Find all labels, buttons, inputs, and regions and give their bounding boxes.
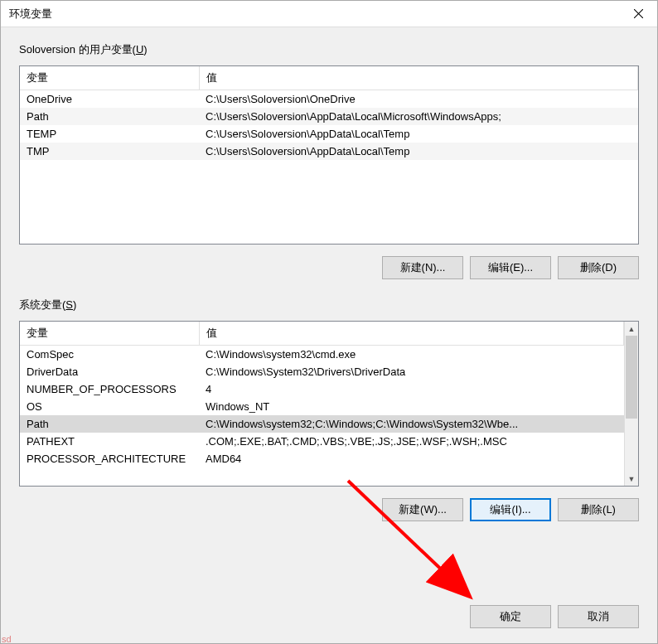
cell-variable: ComSpec bbox=[20, 346, 199, 364]
cell-value: 4 bbox=[199, 380, 624, 398]
cell-variable: NUMBER_OF_PROCESSORS bbox=[20, 380, 199, 398]
system-table-scrollbar[interactable]: ▲ ▼ bbox=[624, 322, 638, 486]
cell-variable: Path bbox=[20, 108, 199, 125]
col-header-variable[interactable]: 变量 bbox=[20, 322, 199, 346]
dialog-content: Soloversion 的用户变量(U) 变量 值 OneDriveC:\Use… bbox=[1, 27, 657, 600]
watermark-label: sd bbox=[2, 634, 12, 644]
cell-value: C:\Users\Soloversion\AppData\Local\Micro… bbox=[199, 108, 638, 125]
system-new-button[interactable]: 新建(W)... bbox=[382, 498, 463, 521]
system-delete-button[interactable]: 删除(L) bbox=[558, 498, 639, 521]
system-variables-table[interactable]: 变量 值 ComSpecC:\Windows\system32\cmd.exeD… bbox=[19, 321, 639, 487]
table-row[interactable]: ComSpecC:\Windows\system32\cmd.exe bbox=[20, 346, 624, 364]
user-new-button[interactable]: 新建(N)... bbox=[382, 256, 463, 279]
cell-value: C:\Windows\System32\Drivers\DriverData bbox=[199, 363, 624, 380]
table-row[interactable]: OneDriveC:\Users\Soloversion\OneDrive bbox=[20, 90, 638, 109]
system-buttons-row: 新建(W)... 编辑(I)... 删除(L) bbox=[19, 498, 639, 521]
system-edit-button[interactable]: 编辑(I)... bbox=[470, 498, 551, 521]
system-variables-section: 系统变量(S) 变量 值 ComSpecC:\Windows\system32\… bbox=[19, 298, 639, 521]
user-edit-button[interactable]: 编辑(E)... bbox=[470, 256, 551, 279]
cell-value: .COM;.EXE;.BAT;.CMD;.VBS;.VBE;.JS;.JSE;.… bbox=[199, 433, 624, 450]
user-delete-button[interactable]: 删除(D) bbox=[558, 256, 639, 279]
table-row[interactable]: TMPC:\Users\Soloversion\AppData\Local\Te… bbox=[20, 143, 638, 160]
titlebar: 环境变量 bbox=[1, 1, 657, 27]
window-title: 环境变量 bbox=[9, 7, 52, 22]
cell-variable: OS bbox=[20, 398, 199, 415]
user-buttons-row: 新建(N)... 编辑(E)... 删除(D) bbox=[19, 256, 639, 279]
scrollbar-thumb[interactable] bbox=[626, 336, 637, 419]
col-header-variable[interactable]: 变量 bbox=[20, 66, 199, 90]
table-row[interactable]: PATHEXT.COM;.EXE;.BAT;.CMD;.VBS;.VBE;.JS… bbox=[20, 433, 624, 450]
cell-value: AMD64 bbox=[199, 450, 624, 467]
env-variables-dialog: 环境变量 Soloversion 的用户变量(U) 变量 值 O bbox=[0, 0, 658, 644]
cell-variable: PATHEXT bbox=[20, 433, 199, 450]
cancel-button[interactable]: 取消 bbox=[558, 605, 639, 628]
close-button[interactable] bbox=[620, 1, 657, 27]
col-header-value[interactable]: 值 bbox=[199, 322, 624, 346]
table-row[interactable]: DriverDataC:\Windows\System32\Drivers\Dr… bbox=[20, 363, 624, 380]
dialog-buttons-row: 确定 取消 bbox=[1, 600, 657, 643]
cell-variable: DriverData bbox=[20, 363, 199, 380]
cell-variable: PROCESSOR_ARCHITECTURE bbox=[20, 450, 199, 467]
cell-value: C:\Windows\system32;C:\Windows;C:\Window… bbox=[199, 415, 624, 433]
table-header-row: 变量 值 bbox=[20, 66, 638, 90]
user-section-label: Soloversion 的用户变量(U) bbox=[19, 42, 639, 57]
col-header-value[interactable]: 值 bbox=[199, 66, 638, 90]
table-row[interactable]: TEMPC:\Users\Soloversion\AppData\Local\T… bbox=[20, 125, 638, 143]
close-icon bbox=[634, 9, 643, 18]
table-row[interactable]: PathC:\Users\Soloversion\AppData\Local\M… bbox=[20, 108, 638, 125]
user-variables-table[interactable]: 变量 值 OneDriveC:\Users\Soloversion\OneDri… bbox=[19, 65, 639, 245]
scroll-up-icon[interactable]: ▲ bbox=[625, 322, 638, 336]
cell-variable: OneDrive bbox=[20, 90, 199, 109]
table-row[interactable]: NUMBER_OF_PROCESSORS4 bbox=[20, 380, 624, 398]
cell-value: C:\Users\Soloversion\AppData\Local\Temp bbox=[199, 143, 638, 160]
table-row[interactable]: PathC:\Windows\system32;C:\Windows;C:\Wi… bbox=[20, 415, 624, 433]
cell-variable: TEMP bbox=[20, 125, 199, 143]
system-section-label: 系统变量(S) bbox=[19, 298, 639, 312]
table-row[interactable]: PROCESSOR_ARCHITECTUREAMD64 bbox=[20, 450, 624, 467]
cell-value: C:\Users\Soloversion\AppData\Local\Temp bbox=[199, 125, 638, 143]
table-header-row: 变量 值 bbox=[20, 322, 624, 346]
user-variables-section: Soloversion 的用户变量(U) 变量 值 OneDriveC:\Use… bbox=[19, 42, 639, 279]
cell-value: C:\Users\Soloversion\OneDrive bbox=[199, 90, 638, 109]
cell-value: C:\Windows\system32\cmd.exe bbox=[199, 346, 624, 364]
cell-value: Windows_NT bbox=[199, 398, 624, 415]
ok-button[interactable]: 确定 bbox=[470, 605, 551, 628]
cell-variable: Path bbox=[20, 415, 199, 433]
scroll-down-icon[interactable]: ▼ bbox=[625, 472, 638, 486]
cell-variable: TMP bbox=[20, 143, 199, 160]
table-row[interactable]: OSWindows_NT bbox=[20, 398, 624, 415]
